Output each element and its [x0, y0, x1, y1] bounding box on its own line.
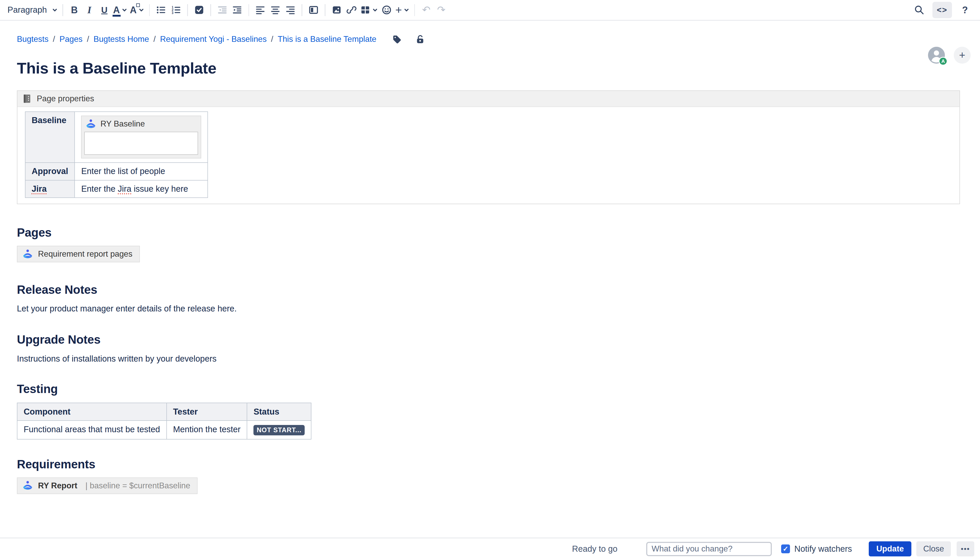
- macro-params: | baseline = $currentBaseline: [86, 481, 190, 490]
- page-layout-icon: [308, 5, 318, 15]
- breadcrumb-link-bugtests[interactable]: Bugtests: [17, 35, 49, 44]
- source-editor-toggle[interactable]: <>: [932, 2, 952, 18]
- row-label-approval[interactable]: Approval: [25, 163, 75, 180]
- breadcrumb-link-current-page[interactable]: This is a Baseline Template: [278, 35, 376, 44]
- chevron-down-icon: [52, 7, 58, 13]
- ry-baseline-macro[interactable]: RY Baseline: [81, 116, 201, 159]
- requirement-yogi-icon: [22, 480, 33, 491]
- status-cell[interactable]: NOT START...: [247, 420, 311, 439]
- insert-image-button[interactable]: [329, 2, 344, 18]
- insert-table-dropdown[interactable]: [359, 2, 379, 18]
- paragraph-style-dropdown[interactable]: Paragraph: [6, 2, 59, 18]
- ry-baseline-macro-label: RY Baseline: [101, 119, 145, 129]
- align-right-button[interactable]: [283, 2, 298, 18]
- save-status-text: Ready to go: [572, 544, 617, 554]
- release-notes-text: Let your product manager enter details o…: [17, 304, 960, 314]
- image-icon: [332, 5, 342, 15]
- breadcrumb-separator: /: [87, 35, 89, 44]
- more-actions-button[interactable]: •••: [957, 541, 975, 556]
- notify-watchers-control: ✓ Notify watchers: [781, 544, 852, 554]
- more-formatting-dropdown[interactable]: A: [129, 2, 145, 18]
- jira-cell[interactable]: Enter the Jira issue key here: [75, 180, 208, 198]
- page-properties-panel[interactable]: Page properties Baseline: [17, 90, 960, 204]
- align-center-button[interactable]: [268, 2, 283, 18]
- tester-cell[interactable]: Mention the tester: [167, 420, 247, 439]
- page-meta-icons: [390, 31, 428, 48]
- chevron-down-icon: [404, 7, 410, 13]
- breadcrumb-link-bugtests-home[interactable]: Bugtests Home: [94, 35, 149, 44]
- more-formatting-icon: A: [130, 5, 137, 15]
- column-header-tester[interactable]: Tester: [167, 403, 247, 420]
- page-layout-button[interactable]: [306, 2, 321, 18]
- status-lozenge[interactable]: NOT START...: [254, 425, 304, 435]
- emoji-button[interactable]: [379, 2, 394, 18]
- plus-icon: +: [395, 5, 402, 16]
- task-list-button[interactable]: [192, 2, 207, 18]
- italic-button[interactable]: I: [82, 2, 97, 18]
- requirement-yogi-icon: [86, 119, 96, 129]
- emoji-icon: [381, 5, 391, 15]
- macro-label: Requirement report pages: [38, 250, 132, 259]
- component-cell[interactable]: Functional areas that must be tested: [17, 420, 167, 439]
- approval-cell[interactable]: Enter the list of people: [75, 163, 208, 180]
- bullet-list-button[interactable]: [153, 2, 168, 18]
- version-comment-input[interactable]: [646, 542, 772, 556]
- bullet-list-icon: [156, 5, 166, 15]
- toolbar-divider: [302, 4, 302, 16]
- search-button[interactable]: [912, 2, 927, 18]
- avatar[interactable]: A: [928, 47, 945, 64]
- ry-report-macro[interactable]: RY Report | baseline = $currentBaseline: [17, 478, 197, 494]
- underline-button[interactable]: U: [97, 2, 112, 18]
- indent-icon: [232, 5, 242, 15]
- notify-watchers-checkbox[interactable]: ✓: [781, 544, 790, 553]
- help-button[interactable]: ?: [957, 2, 972, 18]
- redo-icon: ↷: [437, 5, 445, 15]
- page-title[interactable]: This is a Baseline Template: [17, 59, 960, 77]
- insert-more-dropdown[interactable]: +: [394, 2, 411, 18]
- add-button[interactable]: +: [954, 47, 971, 64]
- italic-icon: I: [87, 5, 91, 15]
- close-button[interactable]: Close: [916, 541, 951, 556]
- page-properties-header: Page properties: [17, 91, 960, 107]
- link-icon: [347, 5, 357, 15]
- toolbar-right-group: <> ?: [912, 2, 972, 18]
- indent-button[interactable]: [230, 2, 245, 18]
- column-header-status[interactable]: Status: [247, 403, 311, 420]
- text-color-dropdown[interactable]: A: [112, 2, 128, 18]
- restrictions-button[interactable]: [413, 31, 428, 48]
- labels-button[interactable]: [390, 31, 405, 48]
- align-left-icon: [255, 5, 265, 15]
- update-button[interactable]: Update: [869, 541, 911, 556]
- ry-baseline-macro-body[interactable]: [84, 132, 198, 155]
- testing-table: Component Tester Status Functional areas…: [17, 403, 312, 440]
- breadcrumb-row: Bugtests / Pages / Bugtests Home / Requi…: [0, 20, 980, 53]
- check-icon: ✓: [783, 546, 788, 552]
- notify-watchers-label[interactable]: Notify watchers: [794, 544, 852, 554]
- undo-icon: ↶: [422, 5, 431, 15]
- task-checkbox-icon: [194, 5, 204, 15]
- align-left-button[interactable]: [253, 2, 268, 18]
- table-row: Baseline RY Baseline: [25, 112, 208, 163]
- requirement-report-pages-macro[interactable]: Requirement report pages: [17, 246, 140, 262]
- toolbar-divider: [249, 4, 249, 16]
- row-label-baseline[interactable]: Baseline: [25, 112, 75, 163]
- numbered-list-button[interactable]: 1 2 3: [168, 2, 184, 18]
- toolbar-divider: [415, 4, 415, 16]
- text-color-icon: A: [113, 5, 120, 15]
- jira-value-pre: Enter the: [81, 184, 118, 194]
- chevron-down-icon: [139, 7, 144, 13]
- bold-button[interactable]: B: [67, 2, 82, 18]
- insert-link-button[interactable]: [344, 2, 359, 18]
- underline-icon: U: [101, 6, 107, 15]
- breadcrumb-link-requirement-yogi-baselines[interactable]: Requirement Yogi - Baselines: [160, 35, 267, 44]
- macro-name: RY Report: [38, 481, 77, 490]
- align-right-icon: [285, 5, 295, 15]
- column-header-component[interactable]: Component: [17, 403, 167, 420]
- page-properties-icon: [23, 94, 31, 103]
- row-label-jira[interactable]: Jira: [25, 180, 75, 198]
- search-icon: [914, 5, 925, 15]
- ry-baseline-macro-header: RY Baseline: [81, 116, 201, 132]
- breadcrumb-link-pages[interactable]: Pages: [60, 35, 83, 44]
- section-heading-pages: Pages: [17, 226, 960, 240]
- baseline-cell[interactable]: RY Baseline: [75, 112, 208, 163]
